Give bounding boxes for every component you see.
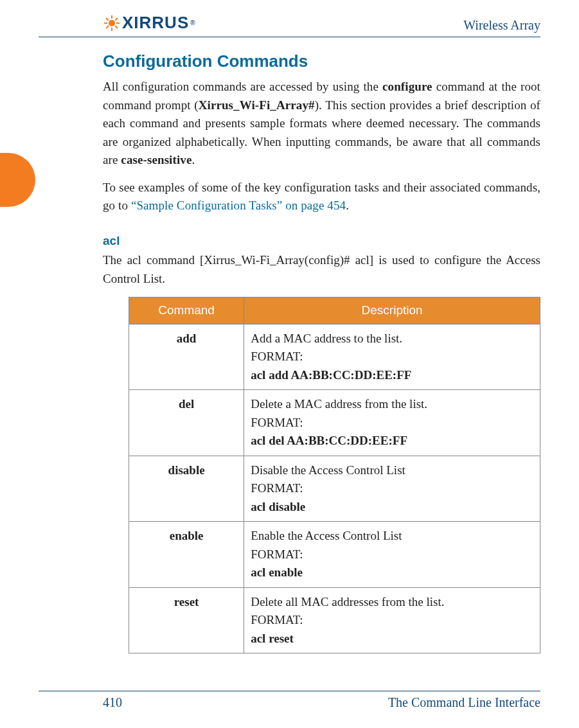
table-row: enable Enable the Access Control List FO… bbox=[129, 522, 540, 588]
cmd-cell: disable bbox=[129, 456, 244, 522]
desc-cell: Add a MAC address to the list. FORMAT: a… bbox=[244, 324, 540, 390]
page-footer: 410 The Command Line Interface bbox=[39, 691, 540, 710]
intro-paragraph-1: All configuration commands are accessed … bbox=[103, 78, 540, 170]
subsection-heading-acl: acl bbox=[103, 232, 540, 251]
footer-section-title: The Command Line Interface bbox=[388, 695, 540, 710]
acl-command-table: Command Description add Add a MAC addres… bbox=[129, 297, 540, 653]
link-sample-config-tasks[interactable]: “Sample Configuration Tasks” on page 454 bbox=[131, 199, 346, 212]
desc-cell: Delete a MAC address from the list. FORM… bbox=[244, 390, 540, 456]
acl-description: The acl command [Xirrus_Wi-Fi_Array(conf… bbox=[103, 251, 540, 288]
svg-line-7 bbox=[115, 18, 118, 21]
svg-line-5 bbox=[106, 18, 109, 21]
logo-registered-icon: ® bbox=[190, 19, 195, 26]
desc-cell: Delete all MAC addresses from the list. … bbox=[244, 587, 540, 653]
document-title: Wireless Array bbox=[463, 18, 540, 33]
table-row: del Delete a MAC address from the list. … bbox=[129, 390, 540, 456]
logo-sun-icon bbox=[103, 15, 121, 31]
page-header: XIRRUS® Wireless Array bbox=[39, 13, 540, 37]
cmd-cell: del bbox=[129, 390, 244, 456]
table-row: reset Delete all MAC addresses from the … bbox=[129, 587, 540, 653]
brand-logo: XIRRUS® bbox=[103, 13, 196, 33]
cmd-cell: enable bbox=[129, 522, 244, 588]
cmd-cell: reset bbox=[129, 587, 244, 653]
svg-line-8 bbox=[106, 26, 109, 28]
table-header-command: Command bbox=[129, 297, 244, 324]
svg-line-6 bbox=[115, 26, 118, 28]
svg-point-0 bbox=[109, 20, 115, 26]
desc-cell: Enable the Access Control List FORMAT: a… bbox=[244, 522, 540, 588]
page-number: 410 bbox=[103, 695, 122, 710]
table-row: add Add a MAC address to the list. FORMA… bbox=[129, 324, 540, 390]
cmd-cell: add bbox=[129, 324, 244, 390]
table-row: disable Disable the Access Control List … bbox=[129, 456, 540, 522]
section-heading: Configuration Commands bbox=[103, 49, 540, 74]
logo-text: XIRRUS bbox=[122, 13, 189, 33]
table-header-description: Description bbox=[244, 297, 540, 324]
desc-cell: Disable the Access Control List FORMAT: … bbox=[244, 456, 540, 522]
intro-paragraph-2: To see examples of some of the key confi… bbox=[103, 179, 540, 215]
